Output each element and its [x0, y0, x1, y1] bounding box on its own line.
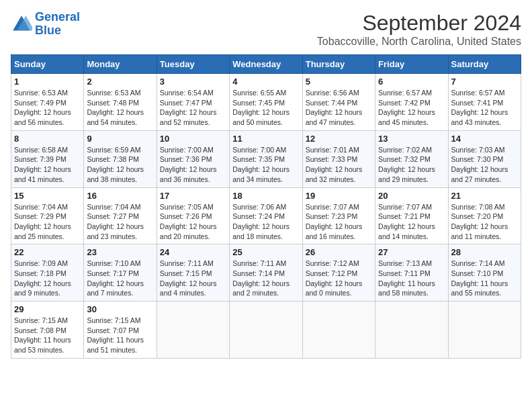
calendar-cell [448, 302, 521, 359]
day-number: 11 [232, 134, 299, 144]
calendar-cell: 28Sunrise: 7:14 AMSunset: 7:10 PMDayligh… [448, 244, 521, 302]
calendar-cell: 7Sunrise: 6:57 AMSunset: 7:41 PMDaylight… [448, 74, 521, 131]
weekday-header-row: SundayMondayTuesdayWednesdayThursdayFrid… [11, 55, 521, 74]
calendar-cell: 11Sunrise: 7:00 AMSunset: 7:35 PMDayligh… [230, 130, 302, 187]
calendar-cell [157, 302, 229, 359]
day-number: 1 [14, 77, 81, 87]
page-header: General Blue September 2024 Tobaccoville… [11, 11, 521, 48]
day-number: 15 [14, 191, 81, 201]
day-number: 24 [160, 247, 226, 257]
day-info: Sunrise: 6:53 AMSunset: 7:49 PMDaylight:… [14, 88, 81, 128]
day-info: Sunrise: 7:09 AMSunset: 7:18 PMDaylight:… [14, 259, 81, 298]
day-number: 25 [232, 247, 299, 257]
day-info: Sunrise: 6:57 AMSunset: 7:41 PMDaylight:… [451, 88, 518, 128]
calendar-cell: 25Sunrise: 7:11 AMSunset: 7:14 PMDayligh… [230, 244, 302, 302]
day-number: 28 [451, 247, 518, 257]
calendar-cell: 14Sunrise: 7:03 AMSunset: 7:30 PMDayligh… [448, 130, 521, 187]
calendar-cell: 8Sunrise: 6:58 AMSunset: 7:39 PMDaylight… [11, 130, 84, 187]
weekday-header-tuesday: Tuesday [157, 55, 229, 74]
day-number: 2 [87, 77, 153, 87]
calendar-cell: 2Sunrise: 6:53 AMSunset: 7:48 PMDaylight… [84, 74, 157, 131]
day-info: Sunrise: 7:15 AMSunset: 7:08 PMDaylight:… [14, 316, 81, 355]
day-info: Sunrise: 7:13 AMSunset: 7:11 PMDaylight:… [378, 259, 445, 298]
logo-line1: General [35, 10, 80, 24]
day-info: Sunrise: 6:57 AMSunset: 7:42 PMDaylight:… [378, 88, 445, 128]
calendar-cell: 4Sunrise: 6:55 AMSunset: 7:45 PMDaylight… [230, 74, 302, 131]
logo-line2: Blue [35, 24, 61, 37]
weekday-header-saturday: Saturday [448, 55, 521, 74]
day-info: Sunrise: 7:14 AMSunset: 7:10 PMDaylight:… [451, 259, 518, 298]
calendar-cell: 1Sunrise: 6:53 AMSunset: 7:49 PMDaylight… [11, 74, 84, 131]
calendar-cell: 29Sunrise: 7:15 AMSunset: 7:08 PMDayligh… [11, 302, 84, 359]
weekday-header-wednesday: Wednesday [230, 55, 302, 74]
day-number: 12 [306, 134, 372, 144]
day-number: 21 [451, 191, 518, 201]
week-row-1: 1Sunrise: 6:53 AMSunset: 7:49 PMDaylight… [11, 74, 521, 131]
day-info: Sunrise: 6:54 AMSunset: 7:47 PMDaylight:… [160, 88, 226, 128]
day-info: Sunrise: 6:59 AMSunset: 7:38 PMDaylight:… [87, 145, 153, 185]
day-info: Sunrise: 6:55 AMSunset: 7:45 PMDaylight:… [232, 88, 299, 128]
calendar-cell: 17Sunrise: 7:05 AMSunset: 7:26 PMDayligh… [157, 187, 229, 244]
calendar-cell: 18Sunrise: 7:06 AMSunset: 7:24 PMDayligh… [230, 187, 302, 244]
day-info: Sunrise: 6:53 AMSunset: 7:48 PMDaylight:… [87, 88, 153, 128]
day-info: Sunrise: 7:11 AMSunset: 7:15 PMDaylight:… [160, 259, 226, 298]
calendar-cell: 15Sunrise: 7:04 AMSunset: 7:29 PMDayligh… [11, 187, 84, 244]
day-info: Sunrise: 7:01 AMSunset: 7:33 PMDaylight:… [306, 145, 372, 185]
calendar-cell [230, 302, 302, 359]
day-info: Sunrise: 6:58 AMSunset: 7:39 PMDaylight:… [14, 145, 81, 185]
day-info: Sunrise: 7:00 AMSunset: 7:35 PMDaylight:… [232, 145, 299, 185]
day-number: 19 [306, 191, 372, 201]
day-info: Sunrise: 7:07 AMSunset: 7:21 PMDaylight:… [378, 202, 445, 242]
calendar-cell: 21Sunrise: 7:08 AMSunset: 7:20 PMDayligh… [448, 187, 521, 244]
day-info: Sunrise: 7:04 AMSunset: 7:29 PMDaylight:… [14, 202, 81, 242]
calendar-cell: 6Sunrise: 6:57 AMSunset: 7:42 PMDaylight… [375, 74, 448, 131]
day-number: 4 [232, 77, 299, 87]
calendar-cell: 16Sunrise: 7:04 AMSunset: 7:27 PMDayligh… [84, 187, 157, 244]
weekday-header-monday: Monday [84, 55, 157, 74]
day-number: 26 [306, 247, 372, 257]
day-info: Sunrise: 6:56 AMSunset: 7:44 PMDaylight:… [306, 88, 372, 128]
calendar-cell: 19Sunrise: 7:07 AMSunset: 7:23 PMDayligh… [302, 187, 375, 244]
calendar-cell: 13Sunrise: 7:02 AMSunset: 7:32 PMDayligh… [375, 130, 448, 187]
week-row-2: 8Sunrise: 6:58 AMSunset: 7:39 PMDaylight… [11, 130, 521, 187]
day-number: 17 [160, 191, 226, 201]
day-info: Sunrise: 7:15 AMSunset: 7:07 PMDaylight:… [87, 316, 153, 355]
day-number: 22 [14, 247, 81, 257]
day-number: 23 [87, 247, 153, 257]
day-number: 20 [378, 191, 445, 201]
calendar-cell: 12Sunrise: 7:01 AMSunset: 7:33 PMDayligh… [302, 130, 375, 187]
day-number: 10 [160, 134, 226, 144]
calendar-cell: 30Sunrise: 7:15 AMSunset: 7:07 PMDayligh… [84, 302, 157, 359]
day-info: Sunrise: 7:07 AMSunset: 7:23 PMDaylight:… [306, 202, 372, 242]
day-info: Sunrise: 7:04 AMSunset: 7:27 PMDaylight:… [87, 202, 153, 242]
calendar-cell: 20Sunrise: 7:07 AMSunset: 7:21 PMDayligh… [375, 187, 448, 244]
day-info: Sunrise: 7:03 AMSunset: 7:30 PMDaylight:… [451, 145, 518, 185]
calendar-cell: 26Sunrise: 7:12 AMSunset: 7:12 PMDayligh… [302, 244, 375, 302]
day-number: 8 [14, 134, 81, 144]
calendar-cell [302, 302, 375, 359]
day-number: 27 [378, 247, 445, 257]
day-number: 13 [378, 134, 445, 144]
weekday-header-sunday: Sunday [11, 55, 84, 74]
logo-text: General Blue [35, 11, 80, 38]
week-row-3: 15Sunrise: 7:04 AMSunset: 7:29 PMDayligh… [11, 187, 521, 244]
day-number: 5 [306, 77, 372, 87]
calendar-cell: 24Sunrise: 7:11 AMSunset: 7:15 PMDayligh… [157, 244, 229, 302]
title-block: September 2024 Tobaccoville, North Carol… [317, 11, 521, 48]
calendar-cell [375, 302, 448, 359]
day-number: 3 [160, 77, 226, 87]
day-number: 9 [87, 134, 153, 144]
day-number: 29 [14, 304, 81, 314]
calendar-cell: 10Sunrise: 7:00 AMSunset: 7:36 PMDayligh… [157, 130, 229, 187]
day-info: Sunrise: 7:12 AMSunset: 7:12 PMDaylight:… [306, 259, 372, 298]
calendar-cell: 9Sunrise: 6:59 AMSunset: 7:38 PMDaylight… [84, 130, 157, 187]
logo: General Blue [11, 11, 80, 38]
day-number: 7 [451, 77, 518, 87]
day-number: 16 [87, 191, 153, 201]
weekday-header-friday: Friday [375, 55, 448, 74]
week-row-5: 29Sunrise: 7:15 AMSunset: 7:08 PMDayligh… [11, 302, 521, 359]
day-number: 18 [232, 191, 299, 201]
week-row-4: 22Sunrise: 7:09 AMSunset: 7:18 PMDayligh… [11, 244, 521, 302]
weekday-header-thursday: Thursday [302, 55, 375, 74]
day-info: Sunrise: 7:02 AMSunset: 7:32 PMDaylight:… [378, 145, 445, 185]
